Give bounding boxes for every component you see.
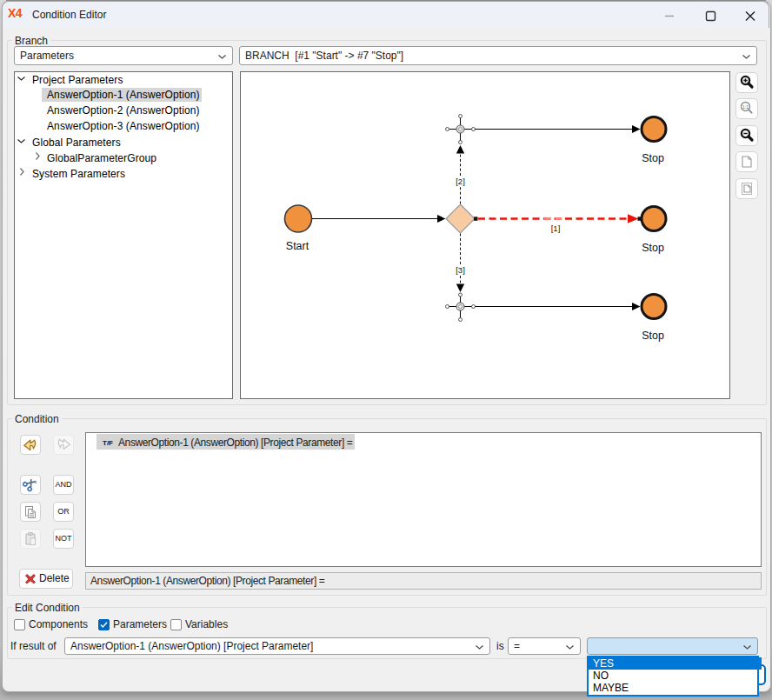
svg-text:[2]: [2]: [456, 177, 465, 186]
svg-text:Start: Start: [286, 240, 309, 252]
svg-text:[1]: [1]: [551, 223, 561, 233]
svg-text:Stop: Stop: [642, 242, 664, 254]
svg-text:1:1: 1:1: [742, 104, 749, 110]
svg-text:Stop: Stop: [642, 330, 664, 342]
svg-text:Stop: Stop: [642, 152, 664, 164]
svg-text:[3]: [3]: [456, 265, 465, 275]
